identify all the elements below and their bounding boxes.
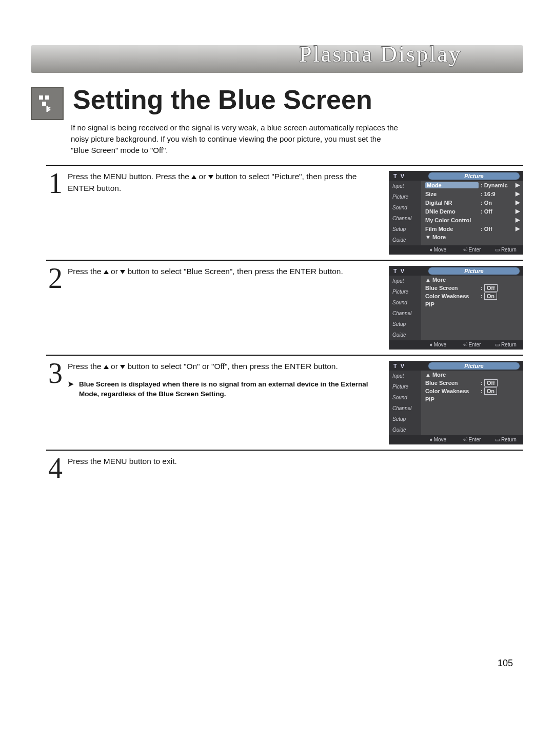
osd-move: Move — [434, 342, 446, 347]
osd-row-label: Blue Screen — [425, 285, 479, 291]
chevron-right-icon: ▶ — [515, 190, 520, 197]
header: Plasma Display — [31, 31, 523, 87]
osd-row-label: DNIe Demo — [425, 208, 479, 215]
osd-return: Return — [501, 247, 517, 253]
osd-move: Move — [434, 437, 446, 442]
osd-side-item: Guide — [389, 424, 421, 435]
divider — [46, 450, 523, 451]
up-arrow-icon — [191, 175, 196, 179]
osd-row-label: PIP — [425, 301, 479, 307]
osd-sidebar: InputPictureSoundChannelSetupGuide — [389, 371, 421, 435]
step-number: 4 — [46, 454, 65, 482]
osd-row: DNIe Demo: Off▶ — [421, 207, 523, 216]
svg-rect-1 — [45, 95, 49, 100]
osd-row-value: : 16:9 — [481, 191, 512, 197]
osd-enter: Enter — [468, 247, 481, 253]
chevron-right-icon: ▶ — [515, 182, 520, 188]
step-text: Press the or button to select "Blue Scre… — [68, 266, 381, 277]
steps: 1 Press the MENU button. Press the or bu… — [46, 165, 523, 482]
osd-side-item: Input — [389, 181, 421, 191]
chevron-right-icon: ▶ — [515, 199, 520, 206]
osd-row: Color Weakness: On — [421, 387, 523, 395]
osd-enter: Enter — [468, 342, 481, 347]
text-part: button to select "Blue Screen", then pre… — [125, 267, 343, 276]
chevron-right-icon: ▶ — [515, 217, 520, 223]
osd-tab: Picture — [428, 267, 520, 275]
osd-row-label: Color Weakness — [425, 293, 479, 299]
osd-row: Color Weakness: On — [421, 292, 523, 300]
text-part: Press the — [68, 267, 104, 276]
osd-row-value: : Off — [481, 226, 512, 232]
note-text: Blue Screen is displayed when there is n… — [79, 380, 381, 399]
osd-row-label: Color Weakness — [425, 388, 479, 394]
osd-row-value: : On — [481, 293, 512, 299]
step-2: 2 Press the or button to select "Blue Sc… — [46, 264, 523, 350]
osd-footer: ♦ Move⏎ Enter▭ Return — [389, 340, 523, 349]
text-part: or — [109, 267, 120, 276]
text-part: or — [109, 362, 120, 371]
osd-row: My Color Control▶ — [421, 216, 523, 224]
osd-side-item: Sound — [389, 297, 421, 308]
osd-side-item: Picture — [389, 191, 421, 202]
osd-sidebar: InputPictureSoundChannelSetupGuide — [389, 276, 421, 340]
osd-row: Film Mode: Off▶ — [421, 224, 523, 233]
svg-rect-2 — [42, 102, 46, 106]
osd-row: Blue Screen: Off — [421, 379, 523, 387]
osd-tab: Picture — [428, 362, 520, 370]
osd-row-label: Blue Screen — [425, 380, 479, 386]
osd-row: Blue Screen: Off — [421, 284, 523, 292]
manual-page: Plasma Display Setting the Blue Screen I… — [0, 0, 554, 756]
osd-return: Return — [501, 437, 517, 442]
osd-row-value: : Dynamic — [481, 182, 512, 188]
osd-side-item: Guide — [389, 329, 421, 340]
osd-row-label: Digital NR — [425, 200, 479, 206]
osd-row: Mode: Dynamic▶ — [421, 181, 523, 189]
chevron-right-icon: ▶ — [515, 225, 520, 232]
page-title: Setting the Blue Screen — [73, 84, 372, 115]
step-note: ➤Blue Screen is displayed when there is … — [68, 380, 381, 399]
osd-row-value: : Off — [481, 285, 512, 291]
osd-tv-label: T V — [389, 361, 425, 371]
up-arrow-icon — [104, 365, 109, 369]
osd-row-value: : On — [481, 388, 512, 394]
osd-side-item: Channel — [389, 213, 421, 224]
osd-row: ▼ More — [421, 233, 523, 241]
osd-tab: Picture — [428, 172, 520, 180]
step-text: Press the or button to select "On" or "O… — [68, 361, 381, 399]
divider — [46, 165, 523, 166]
page-number: 105 — [498, 658, 513, 669]
osd-side-item: Picture — [389, 381, 421, 392]
osd-side-item: Setup — [389, 319, 421, 329]
osd-row: ▲ More — [421, 276, 523, 284]
osd-main: ▲ MoreBlue Screen: OffColor Weakness: On… — [421, 371, 523, 435]
svg-rect-0 — [39, 95, 43, 100]
osd-side-item: Guide — [389, 235, 421, 245]
up-arrow-icon — [104, 270, 109, 274]
divider — [46, 355, 523, 356]
osd-side-item: Channel — [389, 308, 421, 319]
down-arrow-icon — [208, 175, 213, 179]
osd-side-item: Setup — [389, 224, 421, 235]
osd-return: Return — [501, 342, 517, 347]
osd-row-value: : Off — [481, 380, 512, 386]
step-number: 1 — [46, 169, 65, 255]
step-1: 1 Press the MENU button. Press the or bu… — [46, 169, 523, 255]
osd-row: PIP — [421, 300, 523, 308]
intro-paragraph: If no signal is being received or the si… — [71, 122, 399, 156]
osd-row-value: : Off — [481, 208, 512, 215]
step-text: Press the MENU button. Press the or butt… — [68, 171, 381, 194]
down-arrow-icon — [120, 365, 125, 369]
osd-row: ▲ More — [421, 371, 523, 379]
step-3: 3 Press the or button to select "On" or … — [46, 359, 523, 444]
osd-row-label: ▼ More — [425, 234, 479, 240]
osd-enter: Enter — [468, 437, 481, 442]
osd-screenshot-1: T VPicture InputPictureSoundChannelSetup… — [389, 171, 523, 255]
osd-row: PIP — [421, 395, 523, 403]
osd-tv-label: T V — [389, 266, 425, 276]
osd-main: Mode: Dynamic▶Size: 16:9▶Digital NR: On▶… — [421, 181, 523, 245]
osd-main: ▲ MoreBlue Screen: OffColor Weakness: On… — [421, 276, 523, 340]
osd-row-label: Mode — [425, 182, 479, 188]
osd-tv-label: T V — [389, 171, 425, 181]
osd-row-label: PIP — [425, 396, 479, 402]
osd-row: Size: 16:9▶ — [421, 189, 523, 198]
